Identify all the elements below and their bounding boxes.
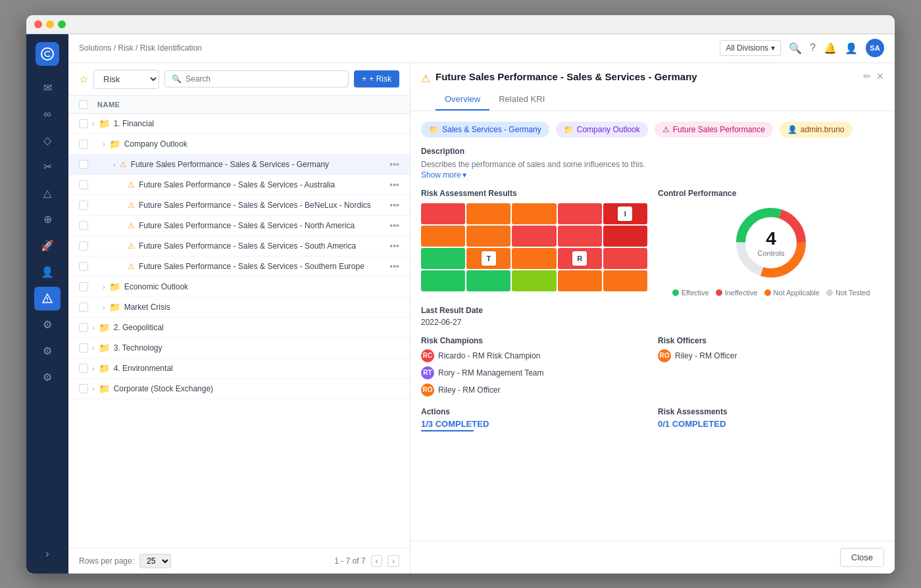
dots-menu[interactable]: ••• bbox=[389, 200, 399, 210]
dots-menu[interactable]: ••• bbox=[389, 220, 399, 231]
user-avatar[interactable]: SA bbox=[866, 39, 884, 57]
breadcrumb: Solutions / Risk / Risk Identification bbox=[79, 43, 714, 53]
edit-icon[interactable]: ✏ bbox=[863, 71, 871, 82]
close-icon[interactable]: ✕ bbox=[876, 71, 884, 82]
dots-menu[interactable]: ••• bbox=[389, 180, 399, 190]
list-item[interactable]: › 📁 2. Geopolitical bbox=[68, 318, 410, 338]
checkbox[interactable] bbox=[79, 119, 88, 128]
checkbox[interactable] bbox=[79, 364, 88, 373]
sidebar-icon-triangle[interactable]: △ bbox=[34, 182, 61, 205]
list-item[interactable]: ⚠ Future Sales Performance - Sales & Ser… bbox=[68, 236, 410, 257]
last-result-label: Last Result Date bbox=[421, 306, 884, 315]
list-item[interactable]: › 📁 Corporate (Stock Exchange) bbox=[68, 379, 410, 399]
sidebar-icon-globe[interactable]: ⊕ bbox=[34, 208, 61, 232]
tab-related-kri[interactable]: Related KRI bbox=[489, 89, 554, 110]
checkbox[interactable] bbox=[79, 384, 88, 393]
tag-company-outlook[interactable]: 📁 Company Outlook bbox=[556, 122, 648, 137]
detail-tabs: Overview Related KRI bbox=[436, 89, 858, 110]
star-icon[interactable]: ☆ bbox=[79, 73, 88, 86]
list-item[interactable]: ⚠ Future Sales Performance - Sales & Ser… bbox=[68, 195, 410, 216]
sidebar-icon-expand[interactable]: › bbox=[34, 542, 61, 566]
search-box: 🔍 bbox=[164, 70, 349, 87]
checkbox[interactable] bbox=[79, 343, 88, 353]
dots-menu[interactable]: ••• bbox=[389, 159, 399, 170]
checkbox[interactable] bbox=[79, 262, 88, 271]
user-icon[interactable]: 👤 bbox=[845, 42, 858, 55]
tag-sales-services[interactable]: 📁 Sales & Services - Germany bbox=[421, 122, 549, 137]
sidebar-icon-settings3[interactable]: ⚙ bbox=[34, 366, 61, 389]
checkbox[interactable] bbox=[79, 323, 88, 332]
list-item[interactable]: › 📁 Company Outlook bbox=[68, 134, 410, 155]
actions-link[interactable]: 1/3 COMPLETED bbox=[421, 419, 489, 429]
list-item[interactable]: ⚠ Future Sales Performance - Sales & Ser… bbox=[68, 175, 410, 195]
sidebar-icon-edit[interactable]: ✂ bbox=[34, 155, 61, 179]
next-page-button[interactable]: › bbox=[387, 555, 399, 567]
checkbox[interactable] bbox=[79, 282, 88, 291]
list-item[interactable]: › 📁 Economic Outlook bbox=[68, 277, 410, 297]
checkbox[interactable] bbox=[79, 160, 88, 169]
last-result-value: 2022-06-27 bbox=[421, 318, 884, 327]
maximize-dot[interactable] bbox=[58, 20, 66, 28]
checkbox[interactable] bbox=[79, 201, 88, 210]
dots-menu[interactable]: ••• bbox=[389, 261, 399, 272]
folder-icon: 📁 bbox=[99, 383, 110, 394]
sidebar-icon-infinity[interactable]: ∞ bbox=[34, 103, 61, 126]
chevron-right-icon: › bbox=[92, 385, 95, 393]
legend-dot-ineffective bbox=[716, 289, 722, 296]
tab-overview[interactable]: Overview bbox=[436, 89, 489, 110]
sidebar-icon-mail[interactable]: ✉ bbox=[34, 76, 61, 100]
close-button[interactable]: Close bbox=[840, 548, 884, 567]
risk-assessments-link[interactable]: 0/1 COMPLETED bbox=[658, 419, 726, 429]
notification-icon[interactable]: 🔔 bbox=[824, 42, 837, 55]
risk-assessments-link-container: 0/1 COMPLETED bbox=[658, 419, 884, 429]
plus-icon: + bbox=[362, 74, 366, 84]
marker-r: R bbox=[572, 251, 587, 266]
division-select[interactable]: All Divisions ▾ bbox=[720, 40, 781, 56]
checkbox[interactable] bbox=[79, 221, 88, 230]
matrix-cell bbox=[558, 226, 602, 247]
search-icon[interactable]: 🔍 bbox=[789, 42, 802, 55]
description-section: Description Describes the performance of… bbox=[421, 147, 884, 180]
sidebar-icon-settings1[interactable]: ⚙ bbox=[34, 313, 61, 337]
checkbox[interactable] bbox=[79, 241, 88, 251]
list-item[interactable]: ⚠ Future Sales Performance - Sales & Ser… bbox=[68, 257, 410, 277]
legend-not-tested: Not Tested bbox=[826, 289, 870, 297]
rows-per-page-select[interactable]: 25 bbox=[139, 554, 171, 568]
matrix-cell bbox=[466, 203, 510, 224]
dots-menu[interactable]: ••• bbox=[389, 241, 399, 251]
app-logo[interactable] bbox=[36, 42, 59, 66]
add-risk-button[interactable]: + + Risk bbox=[354, 70, 399, 87]
main-content: Solutions / Risk / Risk Identification A… bbox=[68, 34, 895, 574]
show-more-link[interactable]: Show more ▾ bbox=[421, 170, 884, 180]
donut-container: 4 Controls Effective bbox=[658, 203, 884, 297]
chevron-right-icon: › bbox=[92, 344, 95, 352]
checkbox[interactable] bbox=[79, 139, 88, 149]
sidebar-icon-risk[interactable] bbox=[34, 287, 61, 310]
help-icon[interactable]: ? bbox=[810, 42, 816, 54]
search-input[interactable] bbox=[186, 74, 341, 84]
tag-future-sales[interactable]: ⚠ Future Sales Performance bbox=[655, 122, 773, 137]
select-all-checkbox[interactable] bbox=[79, 100, 88, 109]
close-dot[interactable] bbox=[34, 20, 42, 28]
prev-page-button[interactable]: ‹ bbox=[371, 555, 383, 567]
list-item[interactable]: › ⚠ Future Sales Performance - Sales & S… bbox=[68, 155, 410, 175]
matrix-cell bbox=[512, 203, 556, 224]
list-item[interactable]: › 📁 1. Financial bbox=[68, 114, 410, 134]
list-item[interactable]: › 📁 4. Environmental bbox=[68, 358, 410, 379]
sidebar-icon-rocket[interactable]: 🚀 bbox=[34, 234, 61, 258]
chevron-right-icon: › bbox=[92, 140, 105, 148]
sidebar-icon-person[interactable]: 👤 bbox=[34, 260, 61, 284]
checkbox[interactable] bbox=[79, 180, 88, 189]
marker-t: T bbox=[482, 251, 496, 266]
list-item[interactable]: ⚠ Future Sales Performance - Sales & Ser… bbox=[68, 216, 410, 236]
tag-admin[interactable]: 👤 admin.bruno bbox=[780, 122, 853, 137]
list-item[interactable]: › 📁 3. Technology bbox=[68, 338, 410, 358]
tag-icon: 📁 bbox=[564, 125, 574, 134]
matrix-cell bbox=[512, 226, 556, 247]
checkbox[interactable] bbox=[79, 303, 88, 312]
sidebar-icon-settings2[interactable]: ⚙ bbox=[34, 339, 61, 363]
risk-filter-select[interactable]: Risk bbox=[93, 70, 159, 89]
minimize-dot[interactable] bbox=[46, 20, 54, 28]
list-item[interactable]: › 📁 Market Crisis bbox=[68, 297, 410, 318]
sidebar-icon-diamond[interactable]: ◇ bbox=[34, 129, 61, 153]
